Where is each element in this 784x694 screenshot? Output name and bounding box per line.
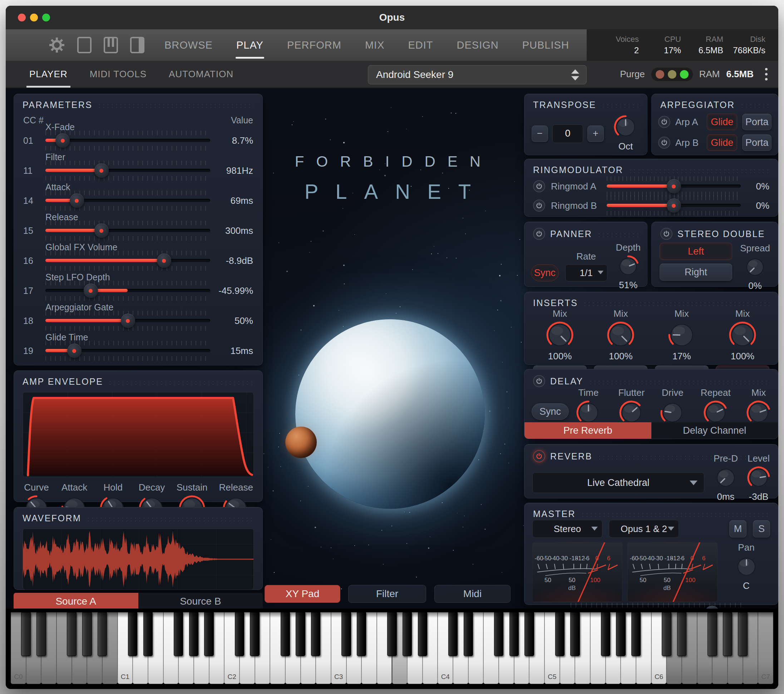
black-key-C#6[interactable] — [662, 612, 671, 656]
ringmod-slider[interactable] — [607, 176, 741, 196]
black-key-D#6[interactable] — [677, 612, 687, 656]
black-key-G#2[interactable] — [296, 612, 305, 656]
parameter-slider[interactable]: Global FX Volume — [45, 251, 210, 271]
parameter-slider[interactable]: Step LFO Depth — [45, 281, 210, 301]
purge-indicator[interactable] — [651, 68, 693, 81]
reverb-preset-select[interactable]: Live Cathedral — [532, 472, 704, 493]
slider-track[interactable] — [45, 139, 210, 142]
slider-track[interactable] — [45, 289, 210, 292]
black-key-F#2[interactable] — [281, 612, 290, 656]
source-tab-source-b[interactable]: Source B — [138, 593, 263, 608]
black-key-C#1[interactable] — [128, 612, 137, 656]
black-key-C#3[interactable] — [341, 612, 351, 656]
black-key-A#4[interactable] — [524, 612, 534, 656]
black-key-D#4[interactable] — [464, 612, 473, 656]
black-key-D#0[interactable] — [36, 612, 46, 656]
master-channel-select[interactable]: Opus 1 & 2 — [609, 520, 679, 538]
black-key-G#5[interactable] — [616, 612, 625, 656]
mix-knob[interactable] — [546, 321, 573, 349]
master-output-select[interactable]: Stereo — [532, 520, 603, 538]
gear-icon[interactable] — [49, 37, 65, 53]
spread-knob[interactable] — [744, 256, 766, 278]
glide-button[interactable]: Glide — [707, 134, 737, 151]
purge-dot-3[interactable] — [680, 70, 688, 79]
main-tab-play[interactable]: PLAY — [227, 29, 273, 61]
main-tab-browse[interactable]: BROWSE — [155, 29, 222, 61]
slider-handle[interactable] — [157, 254, 171, 268]
preset-selector[interactable]: Android Seeker 9 — [368, 65, 587, 84]
subnav-tab-automation[interactable]: AUTOMATION — [160, 61, 243, 87]
black-key-C#2[interactable] — [235, 612, 244, 656]
panner-sync-button[interactable]: Sync — [531, 264, 559, 281]
black-key-G#1[interactable] — [189, 612, 198, 656]
transpose-minus-button[interactable]: − — [532, 125, 548, 142]
power-icon[interactable] — [533, 228, 545, 240]
delay-tab-delay-channel[interactable]: Delay Channel — [651, 422, 778, 439]
mix-knob[interactable] — [668, 321, 695, 349]
black-key-G#3[interactable] — [402, 612, 412, 656]
parameter-slider[interactable]: Release — [45, 221, 210, 241]
porta-button[interactable]: Porta — [742, 114, 771, 130]
pan-knob[interactable] — [735, 555, 758, 578]
power-icon[interactable] — [660, 228, 672, 240]
power-icon[interactable] — [533, 199, 545, 212]
right-panel-toggle-icon[interactable] — [130, 37, 145, 53]
black-key-G#6[interactable] — [723, 612, 732, 656]
slider-handle[interactable] — [94, 163, 109, 178]
parameter-slider[interactable]: Filter — [45, 160, 210, 181]
pad-button-midi[interactable]: Midi — [434, 585, 511, 603]
hamburger-menu-icon[interactable] — [20, 39, 36, 52]
preset-up-down-icon[interactable] — [571, 69, 586, 81]
parameter-slider[interactable]: X-Fade — [45, 130, 210, 150]
black-key-F#3[interactable] — [387, 612, 397, 656]
black-key-A#2[interactable] — [311, 612, 320, 656]
black-key-F#1[interactable] — [174, 612, 183, 656]
volume-slider[interactable] — [571, 603, 745, 608]
knob[interactable] — [660, 401, 685, 425]
master-solo-button[interactable]: S — [753, 520, 770, 537]
parameter-slider[interactable]: Attack — [45, 191, 210, 211]
black-key-D#5[interactable] — [570, 612, 580, 656]
delay-sync-button[interactable]: Sync — [532, 403, 569, 420]
knob[interactable] — [714, 466, 737, 489]
zoom-window-button[interactable] — [42, 13, 50, 21]
pad-button-filter[interactable]: Filter — [348, 585, 426, 603]
black-key-A#1[interactable] — [204, 612, 213, 656]
main-tab-edit[interactable]: EDIT — [399, 29, 442, 61]
knob[interactable] — [747, 466, 770, 489]
power-icon[interactable] — [533, 450, 545, 462]
black-key-A#5[interactable] — [631, 612, 641, 656]
pad-button-xy-pad[interactable]: XY Pad — [265, 585, 340, 603]
minimize-window-button[interactable] — [30, 13, 38, 21]
knob[interactable] — [576, 401, 601, 425]
power-icon[interactable] — [658, 116, 670, 128]
black-key-A#0[interactable] — [97, 612, 107, 656]
power-icon[interactable] — [533, 375, 545, 387]
black-key-D#3[interactable] — [357, 612, 366, 656]
keyboard-panel-toggle-icon[interactable] — [104, 37, 118, 53]
slider-handle[interactable] — [84, 284, 98, 298]
black-key-F#5[interactable] — [601, 612, 610, 656]
power-icon[interactable] — [533, 180, 545, 192]
power-icon[interactable] — [658, 137, 670, 149]
slider-handle[interactable] — [70, 193, 84, 208]
panner-depth-knob[interactable] — [617, 255, 639, 277]
knob[interactable] — [746, 401, 771, 425]
slider-handle[interactable] — [67, 344, 82, 358]
white-key-C7[interactable]: C7 — [758, 612, 773, 684]
black-key-F#0[interactable] — [67, 612, 76, 656]
knob[interactable] — [619, 401, 644, 425]
glide-button[interactable]: Glide — [707, 114, 737, 130]
black-key-G#4[interactable] — [509, 612, 519, 656]
delay-tab-pre-reverb[interactable]: Pre Reverb — [524, 422, 651, 439]
main-tab-mix[interactable]: MIX — [356, 29, 394, 61]
slider-handle[interactable] — [667, 198, 681, 213]
subnav-tab-player[interactable]: PLAYER — [20, 61, 77, 87]
main-tab-perform[interactable]: PERFORM — [278, 29, 351, 61]
black-key-F#4[interactable] — [494, 612, 503, 656]
main-tab-design[interactable]: DESIGN — [448, 29, 508, 61]
black-key-A#6[interactable] — [738, 612, 747, 656]
mix-knob[interactable] — [607, 321, 634, 349]
slider-handle[interactable] — [94, 223, 109, 238]
black-key-C#4[interactable] — [448, 612, 458, 656]
